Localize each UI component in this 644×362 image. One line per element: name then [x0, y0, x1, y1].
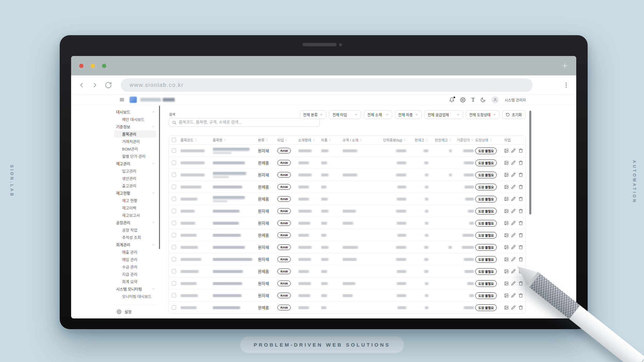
delete-icon[interactable]: [519, 148, 523, 153]
sidebar-section-1[interactable]: 기준정보: [114, 123, 158, 130]
sidebar-item[interactable]: 재고이력: [114, 204, 156, 212]
view-image-icon[interactable]: [504, 233, 508, 238]
text-size-icon[interactable]: T: [471, 97, 475, 103]
edit-icon[interactable]: [511, 160, 516, 165]
view-image-icon[interactable]: [504, 281, 508, 286]
row-checkbox[interactable]: [172, 148, 176, 153]
sidebar-item[interactable]: 품목관리: [114, 130, 156, 138]
view-image-icon[interactable]: [504, 148, 508, 153]
row-checkbox[interactable]: [172, 173, 176, 177]
edit-icon[interactable]: [511, 281, 516, 286]
edit-icon[interactable]: [511, 257, 516, 262]
edit-icon[interactable]: [511, 233, 516, 238]
sidebar-item[interactable]: 재고보고서: [114, 212, 156, 219]
row-checkbox[interactable]: [172, 305, 176, 310]
view-image-icon[interactable]: [504, 305, 508, 310]
sidebar-item[interactable]: 생산관리: [114, 175, 156, 182]
row-checkbox[interactable]: [172, 293, 176, 298]
reset-filters-button[interactable]: 초기화: [502, 110, 526, 119]
view-image-icon[interactable]: [504, 269, 508, 274]
sidebar-item-settings[interactable]: 설정: [114, 305, 158, 314]
row-checkbox[interactable]: [172, 197, 176, 201]
sidebar-item[interactable]: 수금 관리: [114, 263, 156, 270]
select-all-checkbox[interactable]: [172, 138, 176, 142]
filter-dropdown-5[interactable]: 전체 도장상태: [466, 110, 499, 119]
filter-dropdown-1[interactable]: 전체 타입: [329, 110, 361, 119]
new-tab-icon[interactable]: [561, 62, 568, 69]
row-checkbox[interactable]: [172, 221, 176, 225]
sidebar-section-3[interactable]: 재고현황: [114, 189, 158, 197]
close-window-button[interactable]: [79, 64, 84, 68]
minimize-window-button[interactable]: [91, 64, 95, 68]
reload-icon[interactable]: [105, 81, 112, 89]
view-image-icon[interactable]: [504, 293, 508, 298]
delete-icon[interactable]: [519, 293, 523, 298]
delete-icon[interactable]: [519, 160, 523, 165]
sidebar-item[interactable]: 지급 관리: [114, 270, 156, 278]
row-checkbox[interactable]: [172, 245, 176, 249]
edit-icon[interactable]: [511, 305, 516, 310]
delete-icon[interactable]: [519, 245, 523, 250]
edit-icon[interactable]: [511, 196, 516, 201]
row-checkbox[interactable]: [172, 269, 176, 274]
delete-icon[interactable]: [519, 305, 523, 310]
moon-icon[interactable]: [480, 97, 486, 103]
edit-icon[interactable]: [511, 221, 516, 226]
view-image-icon[interactable]: [504, 160, 508, 165]
search-input[interactable]: [179, 120, 316, 125]
sidebar-item[interactable]: 매출 관리: [114, 248, 156, 256]
view-image-icon[interactable]: [504, 172, 508, 177]
sidebar-section-0[interactable]: 대시보드: [114, 108, 158, 116]
sidebar-item[interactable]: 거래처관리: [114, 138, 156, 145]
delete-icon[interactable]: [519, 208, 523, 214]
delete-icon[interactable]: [519, 184, 523, 189]
avatar[interactable]: [491, 96, 499, 104]
delete-icon[interactable]: [519, 196, 523, 201]
sidebar-item[interactable]: 매입 관리: [114, 256, 156, 263]
gear-icon[interactable]: [460, 97, 466, 103]
delete-icon[interactable]: [519, 233, 523, 238]
sidebar-item[interactable]: 월별 단가 관리: [114, 153, 156, 160]
delete-icon[interactable]: [519, 221, 523, 226]
sidebar-item[interactable]: 공정 작업: [114, 226, 156, 234]
sidebar-item[interactable]: 회계 요약: [114, 278, 156, 285]
sidebar-item[interactable]: 메인 대시보드: [114, 116, 156, 123]
sidebar-section-6[interactable]: 시스템 모니터링: [114, 285, 158, 293]
browser-menu-icon[interactable]: [563, 82, 570, 88]
delete-icon[interactable]: [519, 172, 523, 177]
sidebar-section-5[interactable]: 회계관리: [114, 241, 158, 248]
table-scrollbar[interactable]: [529, 111, 531, 215]
hamburger-menu-icon[interactable]: [119, 97, 125, 103]
row-checkbox[interactable]: [172, 257, 176, 261]
edit-icon[interactable]: [511, 172, 516, 177]
sidebar-scrollbar[interactable]: [159, 106, 160, 249]
view-image-icon[interactable]: [504, 245, 508, 250]
sidebar-item[interactable]: 출고관리: [114, 182, 156, 189]
edit-icon[interactable]: [511, 148, 516, 153]
sidebar-item[interactable]: 추적성 조회: [114, 234, 156, 241]
edit-icon[interactable]: [511, 245, 516, 250]
sidebar-section-4[interactable]: 공정관리: [114, 219, 158, 226]
bell-icon[interactable]: [449, 97, 454, 103]
view-image-icon[interactable]: [504, 196, 508, 201]
row-checkbox[interactable]: [172, 161, 176, 165]
filter-dropdown-2[interactable]: 전체 소재: [364, 110, 392, 119]
zoom-window-button[interactable]: [102, 64, 106, 68]
row-checkbox[interactable]: [172, 185, 176, 189]
sidebar-item[interactable]: 모니터링 대시보드: [114, 293, 156, 300]
view-image-icon[interactable]: [504, 221, 508, 226]
row-checkbox[interactable]: [172, 209, 176, 213]
filter-dropdown-4[interactable]: 전체 공급업체: [424, 110, 463, 119]
back-icon[interactable]: [78, 81, 85, 89]
view-image-icon[interactable]: [504, 184, 508, 189]
sidebar-item[interactable]: 입고관리: [114, 167, 156, 175]
sidebar-section-2[interactable]: 재고관리: [114, 160, 158, 167]
sidebar-item[interactable]: BOM관리: [114, 145, 156, 153]
edit-icon[interactable]: [511, 184, 516, 189]
forward-icon[interactable]: [91, 81, 99, 89]
filter-dropdown-3[interactable]: 전체 차종: [395, 110, 422, 119]
sidebar-item[interactable]: 재고 현황: [114, 197, 156, 204]
edit-icon[interactable]: [511, 293, 516, 298]
row-checkbox[interactable]: [172, 233, 176, 237]
filter-dropdown-0[interactable]: 전체 분류: [300, 110, 327, 119]
